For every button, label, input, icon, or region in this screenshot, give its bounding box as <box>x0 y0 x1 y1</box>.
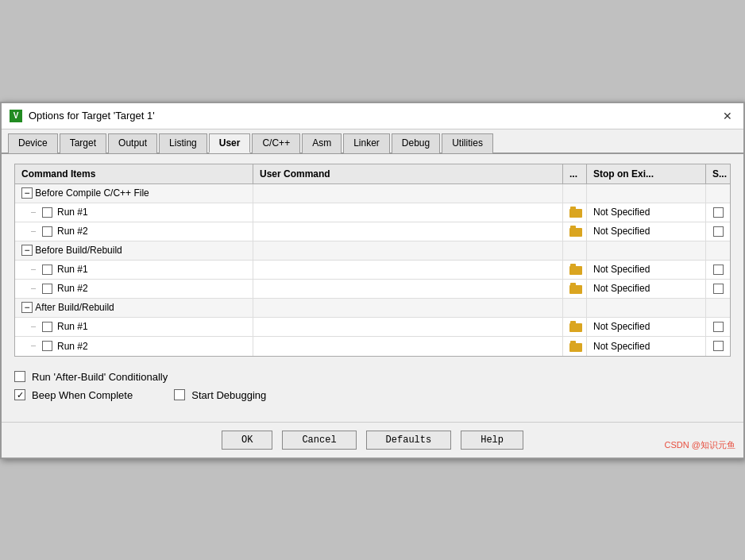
run2-after-checkbox[interactable] <box>42 341 52 351</box>
command-table: Command Items User Command ... Stop on E… <box>14 164 731 357</box>
close-button[interactable]: ✕ <box>720 108 735 124</box>
tab-output[interactable]: Output <box>108 133 157 153</box>
run1-build-folder[interactable] <box>563 261 587 279</box>
tab-utilities[interactable]: Utilities <box>442 133 493 153</box>
run2-build-command[interactable] <box>253 280 563 298</box>
folder-icon[interactable] <box>569 226 584 237</box>
tree-connector-icon: ┄ <box>31 227 36 236</box>
section-before-build: − Before Build/Rebuild <box>15 241 730 261</box>
header-user-command: User Command <box>253 164 563 183</box>
tab-asm[interactable]: Asm <box>302 133 342 153</box>
folder-icon[interactable] <box>569 341 584 352</box>
run1-build-label: ┄ Run #1 <box>15 261 253 279</box>
run1-build-s[interactable] <box>706 261 730 279</box>
dialog-title: Options for Target 'Target 1' <box>29 110 155 122</box>
run-after-build-row: Run 'After-Build' Conditionally <box>14 371 731 383</box>
tab-linker[interactable]: Linker <box>343 133 390 153</box>
run1-build-stop: Not Specified <box>587 261 706 279</box>
header-dots: ... <box>563 164 587 183</box>
collapse-before-build-icon[interactable]: − <box>21 245 33 256</box>
run2-compile-checkbox[interactable] <box>42 226 52 237</box>
tree-connector-icon: ┄ <box>31 322 36 331</box>
watermark: CSDN @知识元鱼 <box>665 439 735 451</box>
folder-icon[interactable] <box>569 321 584 332</box>
run1-after-label: ┄ Run #1 <box>15 318 253 336</box>
app-icon: V <box>10 110 22 122</box>
run2-compile-command[interactable] <box>253 222 563 241</box>
tab-target[interactable]: Target <box>60 133 106 153</box>
table-row: ┄ Run #2 Not Specified <box>15 222 730 241</box>
footer: OK Cancel Defaults Help <box>2 422 743 458</box>
beep-checkbox[interactable]: ✓ <box>14 389 25 400</box>
run1-compile-label: ┄ Run #1 <box>15 203 253 222</box>
run-after-build-checkbox[interactable] <box>14 371 25 382</box>
folder-icon[interactable] <box>569 207 584 218</box>
start-debugging-label: Start Debugging <box>191 389 266 401</box>
ok-button[interactable]: OK <box>222 431 272 450</box>
table-row: ┄ Run #1 Not Specified <box>15 261 730 280</box>
section-before-compile-s <box>706 184 730 203</box>
folder-icon[interactable] <box>569 264 584 275</box>
tab-debug[interactable]: Debug <box>392 133 440 153</box>
run2-compile-folder[interactable] <box>563 222 587 241</box>
header-stop-on: Stop on Exi... <box>587 164 706 183</box>
title-bar: V Options for Target 'Target 1' ✕ <box>2 103 743 129</box>
tree-connector-icon: ┄ <box>31 284 36 293</box>
run1-build-s-checkbox[interactable] <box>713 265 724 275</box>
section-before-compile: − Before Compile C/C++ File <box>15 184 730 203</box>
run1-compile-command[interactable] <box>253 203 563 222</box>
run1-after-s-checkbox[interactable] <box>713 322 724 332</box>
tree-connector-icon: ┄ <box>31 208 36 217</box>
run1-after-checkbox[interactable] <box>42 322 52 332</box>
run2-after-s-checkbox[interactable] <box>713 341 724 351</box>
run1-compile-stop: Not Specified <box>587 203 706 222</box>
table-row: ┄ Run #2 Not Specified <box>15 337 730 356</box>
run-after-build-label: Run 'After-Build' Conditionally <box>32 371 168 383</box>
collapse-before-compile-icon[interactable]: − <box>21 187 33 199</box>
run2-build-s[interactable] <box>706 280 730 298</box>
run2-after-command[interactable] <box>253 337 563 356</box>
run2-compile-s-checkbox[interactable] <box>713 226 724 237</box>
run1-build-command[interactable] <box>253 261 563 279</box>
beep-label: Beep When Complete <box>32 389 133 401</box>
run2-after-s[interactable] <box>706 337 730 356</box>
run2-build-folder[interactable] <box>563 280 587 298</box>
tab-user[interactable]: User <box>209 133 251 153</box>
run1-compile-s-checkbox[interactable] <box>713 207 724 218</box>
help-button[interactable]: Help <box>461 431 523 450</box>
defaults-button[interactable]: Defaults <box>366 431 452 450</box>
run1-after-s[interactable] <box>706 318 730 336</box>
run1-compile-s[interactable] <box>706 203 730 222</box>
tab-device[interactable]: Device <box>8 133 58 153</box>
run2-build-stop: Not Specified <box>587 280 706 298</box>
header-command-items: Command Items <box>15 164 253 183</box>
run2-compile-stop: Not Specified <box>587 222 706 241</box>
section-before-build-dots <box>563 241 587 260</box>
run1-build-checkbox[interactable] <box>42 265 52 275</box>
cancel-button[interactable]: Cancel <box>282 431 356 450</box>
run1-compile-folder[interactable] <box>563 203 587 222</box>
section-before-build-command <box>253 241 563 260</box>
run1-after-folder[interactable] <box>563 318 587 336</box>
header-s: S... <box>706 164 730 183</box>
dialog: V Options for Target 'Target 1' ✕ Device… <box>0 102 745 459</box>
run1-after-stop: Not Specified <box>587 318 706 336</box>
run2-compile-s[interactable] <box>706 222 730 241</box>
collapse-after-build-icon[interactable]: − <box>21 302 33 313</box>
run2-build-checkbox[interactable] <box>42 284 52 294</box>
run2-after-stop: Not Specified <box>587 337 706 356</box>
run1-compile-checkbox[interactable] <box>42 207 52 218</box>
start-debugging-checkbox[interactable] <box>174 389 185 400</box>
tab-cpp[interactable]: C/C++ <box>252 133 300 153</box>
tab-listing[interactable]: Listing <box>159 133 207 153</box>
run2-after-folder[interactable] <box>563 337 587 356</box>
section-after-build: − After Build/Rebuild <box>15 299 730 318</box>
folder-icon[interactable] <box>569 283 584 294</box>
run1-after-command[interactable] <box>253 318 563 336</box>
section-before-compile-command <box>253 184 563 203</box>
run2-after-label: ┄ Run #2 <box>15 337 253 356</box>
run2-build-s-checkbox[interactable] <box>713 284 724 294</box>
main-content: Command Items User Command ... Stop on E… <box>2 154 743 422</box>
table-row: ┄ Run #1 Not Specified <box>15 203 730 222</box>
run2-build-label: ┄ Run #2 <box>15 280 253 298</box>
